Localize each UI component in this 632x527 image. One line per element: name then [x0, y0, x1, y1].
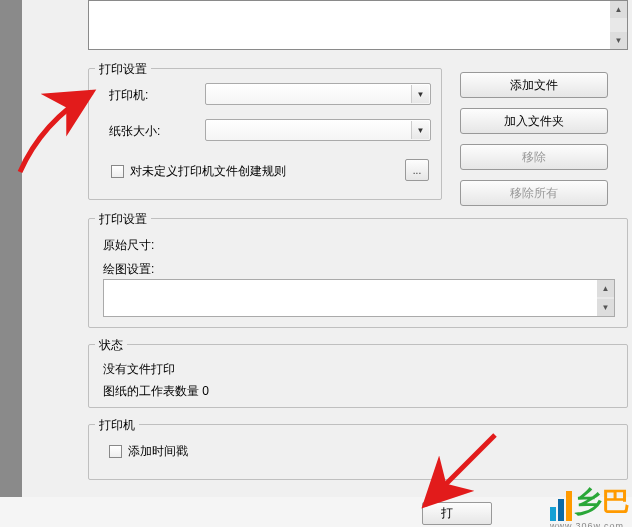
ellipsis-icon: ... [413, 165, 421, 176]
printer-combo[interactable]: ▼ [205, 83, 431, 105]
main-panel: ▲ ▼ 打印设置 打印机: ▼ 纸张大小: ▼ 对未定义打印机文件创建规则 ..… [22, 0, 632, 527]
print-settings-group-1: 打印设置 打印机: ▼ 纸张大小: ▼ 对未定义打印机文件创建规则 ... [88, 68, 442, 200]
printer-title: 打印机 [95, 417, 139, 434]
top-textarea[interactable]: ▲ ▼ [88, 0, 628, 50]
left-stripe [0, 0, 22, 497]
remove-all-label: 移除所有 [510, 185, 558, 202]
sheet-count-label: 图纸的工作表数量 0 [103, 383, 209, 400]
status-group: 状态 没有文件打印 图纸的工作表数量 0 [88, 344, 628, 408]
add-file-button[interactable]: 添加文件 [460, 72, 608, 98]
print-button[interactable]: 打 [422, 502, 492, 525]
print-button-label: 打 [441, 505, 453, 522]
group-title: 打印设置 [95, 61, 151, 78]
remove-button[interactable]: 移除 [460, 144, 608, 170]
remove-label: 移除 [522, 149, 546, 166]
create-rule-label: 对未定义打印机文件创建规则 [130, 163, 286, 180]
group-title-2: 打印设置 [95, 211, 151, 228]
bottom-bar [0, 497, 632, 527]
scrollbar[interactable]: ▲ ▼ [597, 280, 614, 316]
paper-size-label: 纸张大小: [109, 123, 160, 140]
add-timestamp-checkbox[interactable] [109, 445, 122, 458]
browse-button[interactable]: ... [405, 159, 429, 181]
right-button-column: 添加文件 加入文件夹 移除 移除所有 [460, 72, 608, 206]
no-files-label: 没有文件打印 [103, 361, 175, 378]
watermark-bars-icon [550, 491, 572, 521]
create-rule-checkbox[interactable] [111, 165, 124, 178]
watermark-char-1: 乡 [574, 483, 602, 521]
remove-all-button[interactable]: 移除所有 [460, 180, 608, 206]
paper-size-combo[interactable]: ▼ [205, 119, 431, 141]
watermark-logo: 乡 巴 www.306w.com [550, 483, 630, 527]
add-timestamp-label: 添加时间戳 [128, 443, 188, 460]
scroll-down-icon[interactable]: ▼ [597, 299, 614, 316]
add-file-label: 添加文件 [510, 77, 558, 94]
printer-label: 打印机: [109, 87, 148, 104]
chevron-down-icon: ▼ [411, 85, 429, 103]
draw-settings-list[interactable]: ▲ ▼ [103, 279, 615, 317]
timestamp-row: 添加时间戳 [109, 443, 188, 460]
add-folder-button[interactable]: 加入文件夹 [460, 108, 608, 134]
scroll-down-icon[interactable]: ▼ [610, 32, 627, 49]
create-rule-row: 对未定义打印机文件创建规则 [111, 163, 286, 180]
watermark-char-2: 巴 [602, 483, 630, 521]
scrollbar[interactable]: ▲ ▼ [610, 1, 627, 49]
orig-size-label: 原始尺寸: [103, 237, 154, 254]
chevron-down-icon: ▼ [411, 121, 429, 139]
status-title: 状态 [95, 337, 127, 354]
printer-group: 打印机 添加时间戳 [88, 424, 628, 480]
print-settings-group-2: 打印设置 原始尺寸: 绘图设置: ▲ ▼ [88, 218, 628, 328]
watermark-url: www.306w.com [550, 521, 624, 527]
add-folder-label: 加入文件夹 [504, 113, 564, 130]
draw-settings-label: 绘图设置: [103, 261, 154, 278]
scroll-up-icon[interactable]: ▲ [610, 1, 627, 18]
scroll-up-icon[interactable]: ▲ [597, 280, 614, 297]
